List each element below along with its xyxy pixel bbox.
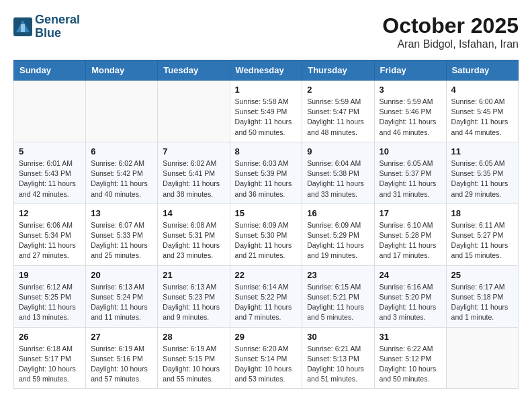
weekday-header-sunday: Sunday <box>14 60 86 81</box>
day-number: 14 <box>163 208 224 218</box>
svg-rect-2 <box>21 24 25 32</box>
day-number: 16 <box>307 208 369 218</box>
day-number: 4 <box>451 85 513 95</box>
calendar-cell <box>158 81 230 142</box>
calendar-cell <box>446 327 518 389</box>
day-info: Sunrise: 6:07 AM Sunset: 5:33 PM Dayligh… <box>91 220 152 261</box>
weekday-header-wednesday: Wednesday <box>230 60 302 81</box>
day-info: Sunrise: 6:13 AM Sunset: 5:23 PM Dayligh… <box>163 282 224 323</box>
calendar-cell: 3Sunrise: 5:59 AM Sunset: 5:46 PM Daylig… <box>374 81 446 142</box>
calendar-cell: 31Sunrise: 6:22 AM Sunset: 5:12 PM Dayli… <box>374 327 446 389</box>
day-number: 9 <box>307 146 369 156</box>
day-info: Sunrise: 5:59 AM Sunset: 5:46 PM Dayligh… <box>380 97 441 138</box>
calendar-cell: 21Sunrise: 6:13 AM Sunset: 5:23 PM Dayli… <box>158 265 230 327</box>
location-title: Aran Bidgol, Isfahan, Iran <box>382 38 519 50</box>
day-info: Sunrise: 6:12 AM Sunset: 5:25 PM Dayligh… <box>19 282 81 323</box>
calendar-cell: 7Sunrise: 6:02 AM Sunset: 5:41 PM Daylig… <box>158 142 230 203</box>
calendar-cell: 26Sunrise: 6:18 AM Sunset: 5:17 PM Dayli… <box>14 327 86 389</box>
day-info: Sunrise: 6:19 AM Sunset: 5:16 PM Dayligh… <box>91 344 152 385</box>
calendar-cell: 10Sunrise: 6:05 AM Sunset: 5:37 PM Dayli… <box>374 142 446 203</box>
day-info: Sunrise: 6:09 AM Sunset: 5:29 PM Dayligh… <box>307 220 369 261</box>
calendar-cell: 17Sunrise: 6:10 AM Sunset: 5:28 PM Dayli… <box>374 203 446 265</box>
calendar-cell: 29Sunrise: 6:20 AM Sunset: 5:14 PM Dayli… <box>230 327 302 389</box>
day-number: 21 <box>163 270 224 280</box>
day-info: Sunrise: 6:06 AM Sunset: 5:34 PM Dayligh… <box>19 220 81 261</box>
day-number: 12 <box>19 208 81 218</box>
calendar-cell: 13Sunrise: 6:07 AM Sunset: 5:33 PM Dayli… <box>86 203 158 265</box>
day-number: 2 <box>307 85 369 95</box>
day-number: 28 <box>163 332 224 342</box>
day-info: Sunrise: 5:58 AM Sunset: 5:49 PM Dayligh… <box>235 97 298 138</box>
calendar-cell: 11Sunrise: 6:05 AM Sunset: 5:35 PM Dayli… <box>446 142 518 203</box>
weekday-header-tuesday: Tuesday <box>158 60 230 81</box>
calendar-cell: 16Sunrise: 6:09 AM Sunset: 5:29 PM Dayli… <box>302 203 374 265</box>
day-number: 23 <box>307 270 369 280</box>
day-number: 15 <box>235 208 298 218</box>
calendar-cell: 1Sunrise: 5:58 AM Sunset: 5:49 PM Daylig… <box>230 81 302 142</box>
day-info: Sunrise: 6:09 AM Sunset: 5:30 PM Dayligh… <box>235 220 298 261</box>
calendar-cell: 30Sunrise: 6:21 AM Sunset: 5:13 PM Dayli… <box>302 327 374 389</box>
day-info: Sunrise: 6:02 AM Sunset: 5:42 PM Dayligh… <box>91 158 152 199</box>
weekday-header-thursday: Thursday <box>302 60 374 81</box>
calendar-cell: 23Sunrise: 6:15 AM Sunset: 5:21 PM Dayli… <box>302 265 374 327</box>
calendar-cell: 27Sunrise: 6:19 AM Sunset: 5:16 PM Dayli… <box>86 327 158 389</box>
day-number: 18 <box>451 208 513 218</box>
day-info: Sunrise: 6:22 AM Sunset: 5:12 PM Dayligh… <box>380 344 441 385</box>
day-info: Sunrise: 6:05 AM Sunset: 5:35 PM Dayligh… <box>451 158 513 199</box>
weekday-header-row: SundayMondayTuesdayWednesdayThursdayFrid… <box>14 60 519 81</box>
day-info: Sunrise: 6:21 AM Sunset: 5:13 PM Dayligh… <box>307 344 369 385</box>
day-number: 5 <box>19 146 81 156</box>
day-info: Sunrise: 6:16 AM Sunset: 5:20 PM Dayligh… <box>380 282 441 323</box>
day-info: Sunrise: 6:15 AM Sunset: 5:21 PM Dayligh… <box>307 282 369 323</box>
calendar-cell: 28Sunrise: 6:19 AM Sunset: 5:15 PM Dayli… <box>158 327 230 389</box>
calendar-cell: 12Sunrise: 6:06 AM Sunset: 5:34 PM Dayli… <box>14 203 86 265</box>
title-section: October 2025 Aran Bidgol, Isfahan, Iran <box>382 13 519 50</box>
calendar-week-row: 5Sunrise: 6:01 AM Sunset: 5:43 PM Daylig… <box>14 142 519 203</box>
day-number: 20 <box>91 270 152 280</box>
calendar-cell: 5Sunrise: 6:01 AM Sunset: 5:43 PM Daylig… <box>14 142 86 203</box>
day-number: 11 <box>451 146 513 156</box>
day-info: Sunrise: 6:18 AM Sunset: 5:17 PM Dayligh… <box>19 344 81 385</box>
day-number: 27 <box>91 332 152 342</box>
day-number: 29 <box>235 332 298 342</box>
day-info: Sunrise: 6:05 AM Sunset: 5:37 PM Dayligh… <box>380 158 441 199</box>
day-info: Sunrise: 6:17 AM Sunset: 5:18 PM Dayligh… <box>451 282 513 323</box>
day-info: Sunrise: 6:13 AM Sunset: 5:24 PM Dayligh… <box>91 282 152 323</box>
day-number: 10 <box>380 146 441 156</box>
logo-line1: General <box>35 13 80 27</box>
calendar-week-row: 26Sunrise: 6:18 AM Sunset: 5:17 PM Dayli… <box>14 327 519 389</box>
calendar-cell: 22Sunrise: 6:14 AM Sunset: 5:22 PM Dayli… <box>230 265 302 327</box>
day-info: Sunrise: 5:59 AM Sunset: 5:47 PM Dayligh… <box>307 97 369 138</box>
weekday-header-monday: Monday <box>86 60 158 81</box>
calendar-cell: 19Sunrise: 6:12 AM Sunset: 5:25 PM Dayli… <box>14 265 86 327</box>
day-number: 7 <box>163 146 224 156</box>
day-info: Sunrise: 6:08 AM Sunset: 5:31 PM Dayligh… <box>163 220 224 261</box>
logo-text: General Blue <box>35 13 80 40</box>
day-number: 25 <box>451 270 513 280</box>
calendar-cell: 2Sunrise: 5:59 AM Sunset: 5:47 PM Daylig… <box>302 81 374 142</box>
logo-line2: Blue <box>35 27 80 40</box>
calendar-cell: 15Sunrise: 6:09 AM Sunset: 5:30 PM Dayli… <box>230 203 302 265</box>
day-number: 26 <box>19 332 81 342</box>
day-info: Sunrise: 6:02 AM Sunset: 5:41 PM Dayligh… <box>163 158 224 199</box>
calendar-cell: 18Sunrise: 6:11 AM Sunset: 5:27 PM Dayli… <box>446 203 518 265</box>
calendar-week-row: 19Sunrise: 6:12 AM Sunset: 5:25 PM Dayli… <box>14 265 519 327</box>
day-number: 24 <box>380 270 441 280</box>
calendar-cell <box>14 81 86 142</box>
calendar-cell <box>86 81 158 142</box>
day-info: Sunrise: 6:04 AM Sunset: 5:38 PM Dayligh… <box>307 158 369 199</box>
day-info: Sunrise: 6:14 AM Sunset: 5:22 PM Dayligh… <box>235 282 298 323</box>
calendar-cell: 9Sunrise: 6:04 AM Sunset: 5:38 PM Daylig… <box>302 142 374 203</box>
day-info: Sunrise: 6:00 AM Sunset: 5:45 PM Dayligh… <box>451 97 513 138</box>
day-info: Sunrise: 6:01 AM Sunset: 5:43 PM Dayligh… <box>19 158 81 199</box>
logo-icon <box>13 17 32 36</box>
day-number: 30 <box>307 332 369 342</box>
calendar-table: SundayMondayTuesdayWednesdayThursdayFrid… <box>13 60 519 389</box>
day-info: Sunrise: 6:20 AM Sunset: 5:14 PM Dayligh… <box>235 344 298 385</box>
calendar-cell: 25Sunrise: 6:17 AM Sunset: 5:18 PM Dayli… <box>446 265 518 327</box>
day-number: 3 <box>380 85 441 95</box>
calendar-week-row: 1Sunrise: 5:58 AM Sunset: 5:49 PM Daylig… <box>14 81 519 142</box>
day-number: 8 <box>235 146 298 156</box>
day-number: 13 <box>91 208 152 218</box>
logo: General Blue <box>13 13 80 40</box>
